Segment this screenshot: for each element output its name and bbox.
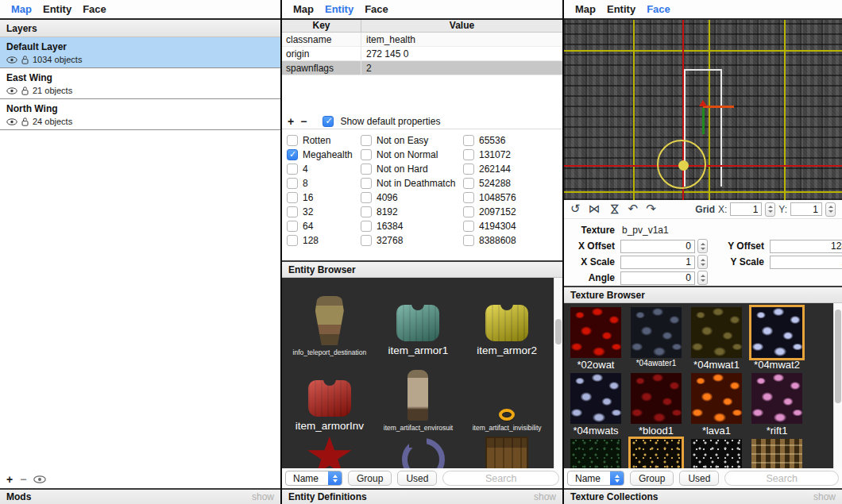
x-offset-stepper[interactable] xyxy=(697,239,708,253)
flag-checkbox[interactable] xyxy=(287,178,298,189)
flag-item[interactable]: 65536 xyxy=(463,135,558,146)
property-key[interactable]: origin xyxy=(282,47,361,60)
entity-item[interactable]: item_artifact_invisibility xyxy=(462,356,551,432)
flag-checkbox[interactable] xyxy=(361,149,372,160)
tab-map[interactable]: Map xyxy=(11,3,32,15)
entity-item[interactable] xyxy=(374,432,463,468)
tab-face[interactable]: Face xyxy=(365,3,388,15)
texture-search-input[interactable] xyxy=(724,471,839,486)
tab-face[interactable]: Face xyxy=(83,3,106,15)
rotate-ccw-icon[interactable]: ↶ xyxy=(628,203,639,215)
texture-thumbnail[interactable] xyxy=(570,373,621,424)
flag-checkbox[interactable] xyxy=(361,235,372,246)
entity-search-input[interactable] xyxy=(442,471,559,486)
rotate-cw-icon[interactable]: ↷ xyxy=(646,203,656,215)
flag-item[interactable]: 131072 xyxy=(463,149,558,160)
tab-entity[interactable]: Entity xyxy=(607,3,635,15)
texture-thumbnail[interactable] xyxy=(570,307,621,358)
texture-item[interactable] xyxy=(749,439,805,468)
flag-checkbox[interactable] xyxy=(463,221,474,232)
texture-item[interactable] xyxy=(628,439,684,468)
mods-show-link[interactable]: show xyxy=(252,491,274,502)
y-scale-input[interactable] xyxy=(770,256,842,269)
flag-item[interactable]: 8 xyxy=(287,178,361,189)
eye-icon[interactable] xyxy=(6,56,17,63)
property-value[interactable]: 272 145 0 xyxy=(361,47,562,60)
flag-checkbox[interactable] xyxy=(287,149,298,160)
entity-thumbnail[interactable] xyxy=(485,305,528,341)
flag-item[interactable]: 4194304 xyxy=(463,221,558,232)
flag-item[interactable]: 64 xyxy=(287,221,361,232)
texture-item[interactable] xyxy=(568,439,624,468)
entity-thumbnail[interactable] xyxy=(315,296,344,345)
x-offset-input[interactable] xyxy=(620,240,695,253)
toggle-visibility-icon[interactable] xyxy=(33,475,46,483)
x-scale-input[interactable] xyxy=(620,256,695,269)
texture-item[interactable]: *04mwat1 xyxy=(689,307,744,371)
group-button[interactable]: Group xyxy=(630,471,674,486)
property-row-classname[interactable]: classname item_health xyxy=(282,33,562,47)
flag-item[interactable]: 8192 xyxy=(361,206,463,217)
layer-row-east-wing[interactable]: East Wing 21 objects xyxy=(0,68,280,99)
reset-uv-icon[interactable]: ↺ xyxy=(570,203,581,215)
texture-thumbnail[interactable] xyxy=(691,439,742,468)
remove-layer-button[interactable]: − xyxy=(20,474,26,485)
texture-thumbnail[interactable] xyxy=(631,439,682,468)
flag-checkbox[interactable] xyxy=(361,164,372,175)
tab-map[interactable]: Map xyxy=(575,3,596,15)
y-offset-input[interactable] xyxy=(770,240,842,253)
entity-browser-scrollbar[interactable] xyxy=(554,278,562,468)
remove-property-button[interactable]: − xyxy=(300,116,307,127)
flag-item[interactable]: Not on Easy xyxy=(361,135,463,146)
flag-item[interactable]: 4096 xyxy=(361,192,463,203)
flag-checkbox[interactable] xyxy=(463,164,474,175)
entity-item[interactable]: info_teleport_destination xyxy=(285,281,374,356)
flag-item[interactable]: 16384 xyxy=(361,221,463,232)
flag-checkbox[interactable] xyxy=(361,178,372,189)
unlock-icon[interactable] xyxy=(21,117,29,126)
eye-icon[interactable] xyxy=(6,118,17,125)
angle-stepper[interactable] xyxy=(697,271,708,285)
flag-checkbox[interactable] xyxy=(361,135,372,146)
flag-checkbox[interactable] xyxy=(287,135,298,146)
flip-vertical-icon[interactable]: ⋈ xyxy=(608,203,620,215)
flag-checkbox[interactable] xyxy=(463,206,474,217)
tab-entity[interactable]: Entity xyxy=(43,3,71,15)
entity-item[interactable]: item_artifact_envirosuit xyxy=(374,356,463,432)
texture-thumbnail[interactable] xyxy=(570,439,621,468)
texture-browser-scrollbar[interactable] xyxy=(833,303,842,468)
property-key[interactable]: spawnflags xyxy=(282,61,361,75)
flag-checkbox[interactable] xyxy=(361,206,372,217)
entity-browser[interactable]: info_teleport_destination item_armor1 it… xyxy=(282,278,562,468)
entity-thumbnail[interactable] xyxy=(485,437,528,468)
flag-checkbox[interactable] xyxy=(463,149,474,160)
entity-thumbnail[interactable] xyxy=(307,437,353,468)
entity-thumbnail[interactable] xyxy=(308,380,351,417)
property-row-spawnflags[interactable]: spawnflags 2 xyxy=(282,61,562,75)
flag-checkbox[interactable] xyxy=(463,235,474,246)
texture-thumbnail[interactable] xyxy=(631,307,682,358)
property-row-origin[interactable]: origin 272 145 0 xyxy=(282,47,562,61)
show-default-properties-checkbox[interactable] xyxy=(323,116,334,127)
flag-item[interactable]: 4 xyxy=(287,164,361,175)
flag-item[interactable]: 1048576 xyxy=(463,192,558,203)
texture-item[interactable]: *rift1 xyxy=(749,373,805,437)
flag-item[interactable]: 32768 xyxy=(361,235,463,246)
flag-checkbox[interactable] xyxy=(463,192,474,203)
property-value[interactable]: 2 xyxy=(361,61,562,75)
flag-checkbox[interactable] xyxy=(361,221,372,232)
entity-thumbnail[interactable] xyxy=(499,409,515,421)
tab-map[interactable]: Map xyxy=(293,3,314,15)
texture-thumbnail[interactable] xyxy=(691,307,742,358)
used-button[interactable]: Used xyxy=(397,471,437,486)
flag-item[interactable]: 32 xyxy=(287,206,361,217)
add-property-button[interactable]: + xyxy=(288,116,294,127)
entity-definitions-show-link[interactable]: show xyxy=(534,491,556,502)
flag-checkbox[interactable] xyxy=(287,235,298,246)
tab-face[interactable]: Face xyxy=(647,3,670,15)
flag-item[interactable]: Rotten xyxy=(287,135,361,146)
texture-browser[interactable]: *02owat *04awater1 *04mwat1 *04mwat2 *04… xyxy=(564,303,842,468)
texture-item[interactable]: *04mwat2 xyxy=(749,307,805,371)
uv-editor-viewport[interactable] xyxy=(564,20,842,200)
uv-origin-handle[interactable] xyxy=(678,160,689,171)
